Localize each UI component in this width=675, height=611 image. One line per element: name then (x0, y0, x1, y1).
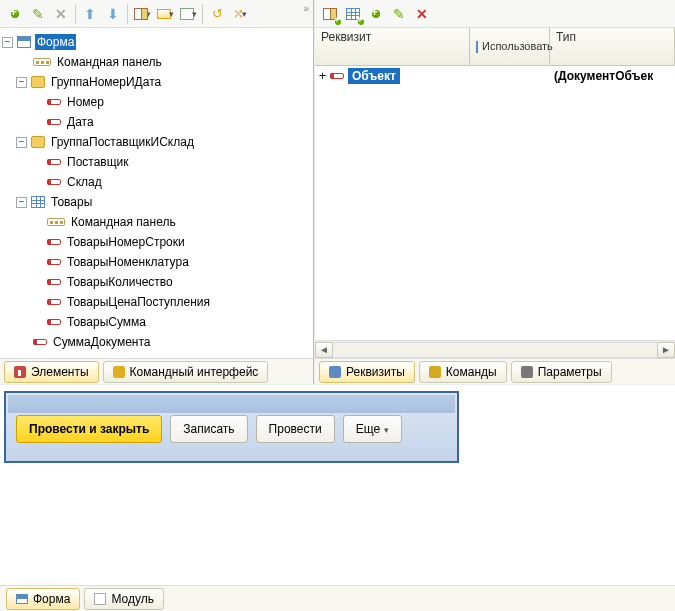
tree-label: Командная панель (69, 214, 178, 230)
post-button[interactable]: Провести (256, 415, 335, 443)
col-use[interactable]: Использовать (470, 28, 550, 65)
tree-item[interactable]: −Товары (2, 192, 311, 212)
tab-attributes[interactable]: Реквизиты (319, 361, 415, 383)
scroll-left-icon[interactable]: ◄ (315, 342, 333, 358)
tree-item[interactable]: ТоварыСумма (2, 312, 311, 332)
tree-item[interactable]: Дата (2, 112, 311, 132)
form-icon (17, 36, 31, 48)
more-button[interactable]: Еще▾ (343, 415, 402, 443)
chevron-down-icon: ▾ (384, 425, 389, 435)
folder-icon (31, 136, 45, 148)
more-toolbar-icon[interactable]: » (303, 3, 309, 14)
tree-item[interactable]: ТоварыНоменклатура (2, 252, 311, 272)
add-attribute-icon[interactable] (319, 3, 341, 25)
tab-elements[interactable]: Элементы (4, 361, 99, 383)
tab-label: Форма (33, 592, 70, 606)
tree-item[interactable]: СуммаДокумента (2, 332, 311, 352)
tab-command-interface[interactable]: Командный интерфейс (103, 361, 269, 383)
collapse-icon[interactable]: − (16, 197, 27, 208)
tree-label: ГруппаПоставщикИСклад (49, 134, 196, 150)
tree-item[interactable]: Поставщик (2, 152, 311, 172)
form-preview: Провести и закрыть Записать Провести Еще… (0, 385, 675, 585)
columns-icon[interactable]: ▾ (131, 3, 153, 25)
add-icon[interactable] (4, 3, 26, 25)
form-icon (16, 594, 28, 604)
move-down-icon[interactable]: ⬇ (102, 3, 124, 25)
attr-icon (47, 179, 61, 185)
button-label: Еще (356, 422, 380, 436)
tree-item[interactable]: ТоварыКоличество (2, 272, 311, 292)
cell-name: Объект (348, 68, 400, 84)
tab-form[interactable]: Форма (6, 588, 80, 610)
cmdbar-icon (33, 58, 51, 66)
tree-label: ТоварыЦенаПоступления (65, 294, 212, 310)
tree-item[interactable]: Склад (2, 172, 311, 192)
attr-icon (47, 99, 61, 105)
left-panel-tabs: Элементы Командный интерфейс (0, 358, 313, 384)
scroll-right-icon[interactable]: ► (657, 342, 675, 358)
reorder-icon[interactable]: ⤭▾ (229, 3, 251, 25)
add-column-icon[interactable] (342, 3, 364, 25)
tree-label: Товары (49, 194, 94, 210)
col-label: Реквизит (321, 30, 371, 44)
col-label: Тип (556, 30, 576, 44)
tree-item[interactable]: ТоварыНомерСтроки (2, 232, 311, 252)
tree-item[interactable]: −ГруппаНомерИДата (2, 72, 311, 92)
group-icon[interactable]: ▾ (177, 3, 199, 25)
delete-icon[interactable]: ✕ (50, 3, 72, 25)
bottom-tabs: Форма Модуль (0, 585, 675, 611)
folder-icon (31, 76, 45, 88)
tree-label: Поставщик (65, 154, 131, 170)
cell-type: (ДокументОбъек (550, 69, 675, 83)
tree-item[interactable]: ТоварыЦенаПоступления (2, 292, 311, 312)
form-icon (476, 41, 478, 53)
expand-icon[interactable]: + (319, 69, 326, 83)
horizontal-scrollbar[interactable]: ◄ ► (315, 340, 675, 358)
tab-label: Командный интерфейс (130, 365, 259, 379)
attr-icon (47, 319, 61, 325)
tab-label: Модуль (111, 592, 154, 606)
tree-label: ТоварыНомерСтроки (65, 234, 187, 250)
write-button[interactable]: Записать (170, 415, 247, 443)
tree-label: СуммаДокумента (51, 334, 152, 350)
collapse-icon[interactable]: − (16, 137, 27, 148)
tree-label: Командная панель (55, 54, 164, 70)
tab-label: Элементы (31, 365, 89, 379)
tab-label: Реквизиты (346, 365, 405, 379)
tree-label: Номер (65, 94, 106, 110)
tab-parameters[interactable]: Параметры (511, 361, 612, 383)
tree-item[interactable]: Командная панель (2, 52, 311, 72)
panel-icon[interactable]: ▾ (154, 3, 176, 25)
tab-module[interactable]: Модуль (84, 588, 164, 610)
attr-icon (33, 339, 47, 345)
tree-label: Дата (65, 114, 96, 130)
tree-item[interactable]: −ГруппаПоставщикИСклад (2, 132, 311, 152)
attr-icon (47, 119, 61, 125)
edit-icon[interactable]: ✎ (27, 3, 49, 25)
scroll-track[interactable] (333, 342, 657, 358)
attr-icon (47, 159, 61, 165)
tree-item[interactable]: Командная панель (2, 212, 311, 232)
form-tree[interactable]: − Форма Командная панель −ГруппаНомерИДа… (0, 28, 313, 358)
tab-label: Параметры (538, 365, 602, 379)
attributes-grid[interactable]: + Объект (ДокументОбъек (315, 66, 675, 340)
col-attribute[interactable]: Реквизит (315, 28, 470, 65)
button-label: Записать (183, 422, 234, 436)
tree-root[interactable]: − Форма (2, 32, 311, 52)
delete-icon[interactable]: ✕ (411, 3, 433, 25)
tree-item[interactable]: Номер (2, 92, 311, 112)
collapse-icon[interactable]: − (2, 37, 13, 48)
collapse-icon[interactable]: − (16, 77, 27, 88)
swap-icon[interactable]: ↺ (206, 3, 228, 25)
add-icon[interactable] (365, 3, 387, 25)
tree-label: Форма (35, 34, 76, 50)
tree-label: ГруппаНомерИДата (49, 74, 163, 90)
post-and-close-button[interactable]: Провести и закрыть (16, 415, 162, 443)
attr-icon (330, 73, 344, 79)
edit-icon[interactable]: ✎ (388, 3, 410, 25)
col-type[interactable]: Тип (550, 28, 675, 65)
cmdbar-icon (47, 218, 65, 226)
grid-row[interactable]: + Объект (ДокументОбъек (315, 66, 675, 86)
move-up-icon[interactable]: ⬆ (79, 3, 101, 25)
tab-commands[interactable]: Команды (419, 361, 507, 383)
